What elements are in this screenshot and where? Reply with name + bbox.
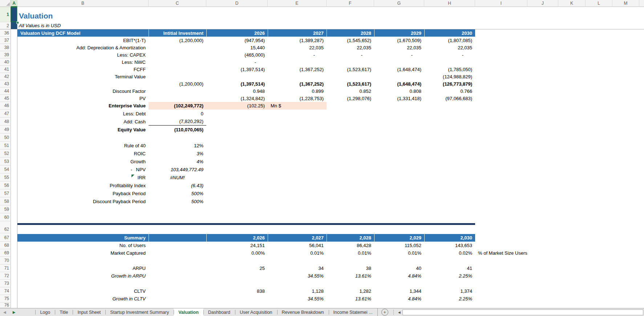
cell-B52[interactable]: ROIC	[17, 149, 149, 157]
cell-C46[interactable]: (102,249,772)	[149, 102, 206, 110]
cell-H68[interactable]: 143,653	[424, 242, 475, 249]
cell-H72[interactable]: 2.25%	[424, 272, 475, 280]
cell-C49[interactable]: (110,070,065)	[149, 126, 206, 134]
column-header-F[interactable]: F	[327, 0, 374, 7]
cell-G75[interactable]: 4.84%	[374, 295, 424, 303]
cell-E46[interactable]: Mn $	[268, 102, 327, 110]
cell-F41[interactable]: (1,523,617)	[327, 66, 374, 73]
cell-D37[interactable]: (947,954)	[206, 37, 268, 44]
cell-F39[interactable]: -	[327, 51, 374, 58]
cell-H37[interactable]: (1,807,085)	[424, 37, 475, 44]
row-header-59[interactable]: 59	[0, 205, 11, 213]
dcf-table-year-header-5[interactable]: 2030	[424, 29, 475, 37]
cell-E43[interactable]: (1,367,252)	[268, 80, 327, 87]
cell-C55[interactable]: #NUM!	[149, 173, 206, 181]
cell-D46[interactable]: (102.25)	[206, 102, 268, 110]
row-header-45[interactable]: 45	[0, 95, 11, 102]
cell-H45[interactable]: (97,066,683)	[424, 95, 475, 102]
cell-G38[interactable]: 22,035	[374, 44, 424, 51]
cell-E75[interactable]: 34.55%	[268, 295, 327, 303]
horizontal-scrollbar[interactable]	[402, 309, 643, 315]
cell-F37[interactable]: (1,545,652)	[327, 37, 374, 44]
row-header-47[interactable]: 47	[0, 110, 11, 118]
cell-B71[interactable]: ARPU	[17, 264, 149, 272]
row-header-51[interactable]: 51	[0, 141, 11, 149]
cell-B41[interactable]: FCFF	[17, 66, 149, 73]
cell-H74[interactable]: 1,374	[424, 287, 475, 295]
cell-F38[interactable]: 22,035	[327, 44, 374, 51]
cell-D39[interactable]: (465,000)	[206, 51, 268, 58]
cell-B57[interactable]: Payback Period	[17, 189, 149, 197]
dcf-table-year-header-1[interactable]: 2026	[206, 29, 268, 37]
cell-B69[interactable]: Market Captured	[17, 249, 149, 257]
cell-E68[interactable]: 56,041	[268, 242, 327, 249]
row-header-68[interactable]: 68	[0, 242, 11, 249]
row-header-46[interactable]: 46	[0, 102, 11, 110]
cell-H38[interactable]: 22,035	[424, 44, 475, 51]
summary-table-year-header-3[interactable]: 2,028	[327, 234, 374, 242]
sheet-subtitle[interactable]: All Values is in USD	[19, 23, 61, 28]
column-header-I[interactable]: I	[475, 0, 527, 7]
row-header-57[interactable]: 57	[0, 189, 11, 197]
cell-H44[interactable]: 0.766	[424, 87, 475, 95]
cell-C57[interactable]: 500%	[149, 189, 206, 197]
sheet-tab-input-sheet[interactable]: Input Sheet	[73, 308, 105, 316]
sheet-tab-logo[interactable]: Logo	[35, 308, 55, 316]
column-header-L[interactable]: L	[586, 0, 612, 7]
row-header-70[interactable]: 70	[0, 257, 11, 264]
cell-D71[interactable]: 25	[206, 264, 268, 272]
sheet-tab-user-acquisition[interactable]: User Acquisition	[235, 308, 277, 316]
row-header-39[interactable]: 39	[0, 51, 11, 58]
cell-H42[interactable]: (124,988,829)	[424, 73, 475, 80]
select-all-corner[interactable]	[0, 0, 11, 7]
cell-G74[interactable]: 1,344	[374, 287, 424, 295]
row-header-41[interactable]: 41	[0, 66, 11, 73]
row-header-44[interactable]: 44	[0, 87, 11, 95]
cell-F45[interactable]: (1,298,076)	[327, 95, 374, 102]
dcf-table-year-header-2[interactable]: 2027	[268, 29, 327, 37]
cell-I69[interactable]: % of Market Size Users	[475, 249, 642, 257]
row-header-52[interactable]: 52	[0, 149, 11, 157]
dcf-table-year-header-4[interactable]: 2029	[374, 29, 424, 37]
cell-C37[interactable]: (1,200,000)	[149, 37, 206, 44]
summary-table-year-header-1[interactable]: 2,026	[206, 234, 268, 242]
row-header-60[interactable]: 60	[0, 213, 11, 221]
dcf-table-col-c-header[interactable]: Intitial Investment	[149, 29, 206, 37]
summary-table-year-header-2[interactable]: 2,027	[268, 234, 327, 242]
cell-F72[interactable]: 13.61%	[327, 272, 374, 280]
cell-D74[interactable]: 838	[206, 287, 268, 295]
cell-H41[interactable]: (1,785,050)	[424, 66, 475, 73]
sheet-tab-valuation[interactable]: Valuation	[174, 308, 203, 316]
cell-B53[interactable]: Growth	[17, 157, 149, 165]
column-header-H[interactable]: H	[424, 0, 475, 7]
cell-F69[interactable]: 0.01%	[327, 249, 374, 257]
cell-D40[interactable]: -	[206, 58, 268, 66]
summary-table-year-header-4[interactable]: 2,029	[374, 234, 424, 242]
cell-C53[interactable]: 4%	[149, 157, 206, 165]
cell-E69[interactable]: 0.01%	[268, 249, 327, 257]
column-header-A[interactable]: A	[11, 0, 17, 7]
cell-D41[interactable]: (1,397,514)	[206, 66, 268, 73]
cell-B75[interactable]: Growth in CLTV	[17, 295, 149, 303]
sheet-title[interactable]: Valuation	[19, 12, 53, 20]
summary-table-col-c-header[interactable]	[149, 234, 206, 242]
column-header-D[interactable]: D	[206, 0, 268, 7]
sheet-tab-revenue-breakdown[interactable]: Revenue Breakdown	[277, 308, 329, 316]
row-header-50[interactable]: 50	[0, 134, 11, 141]
row-header-69[interactable]: 69	[0, 249, 11, 257]
cell-E71[interactable]: 34	[268, 264, 327, 272]
sheet-tab-startup-investment-summary[interactable]: Startup Investment Summary	[105, 308, 174, 316]
row-header-75[interactable]: 75	[0, 295, 11, 303]
cell-D44[interactable]: 0.948	[206, 87, 268, 95]
sheet-tab-income-statemei[interactable]: Income Statemei...	[329, 308, 378, 316]
cell-B45[interactable]: PV	[17, 95, 149, 102]
column-header-C[interactable]: C	[149, 0, 206, 7]
cell-G68[interactable]: 115,052	[374, 242, 424, 249]
cell-B39[interactable]: Less: CAPEX	[17, 51, 149, 58]
cell-G43[interactable]: (1,648,474)	[374, 80, 424, 87]
row-header-36[interactable]: 36	[0, 29, 11, 37]
row-header-2[interactable]: 2	[0, 22, 11, 29]
cell-E37[interactable]: (1,389,287)	[268, 37, 327, 44]
column-header-G[interactable]: G	[374, 0, 424, 7]
column-header-B[interactable]: B	[17, 0, 149, 7]
